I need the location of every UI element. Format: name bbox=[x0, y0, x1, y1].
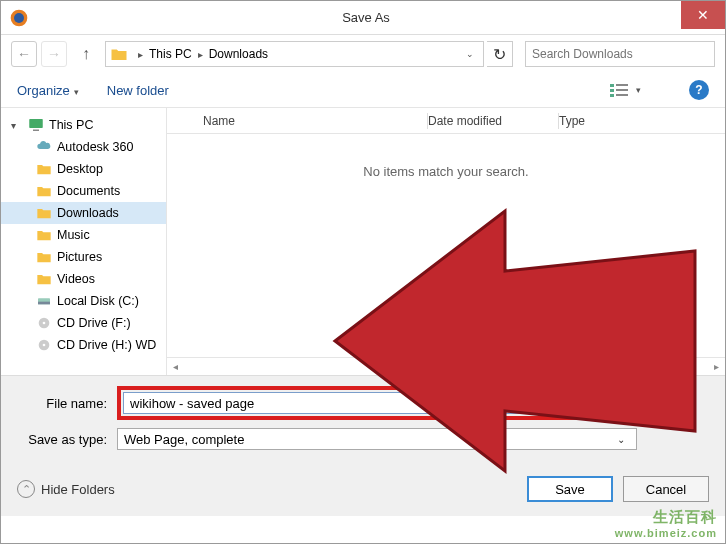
disk-icon bbox=[35, 292, 53, 310]
folder-icon bbox=[35, 226, 53, 244]
folder-icon bbox=[35, 160, 53, 178]
column-date[interactable]: Date modified bbox=[428, 114, 558, 128]
window-title: Save As bbox=[37, 10, 695, 25]
folder-icon bbox=[35, 270, 53, 288]
sidebar-item-label: Autodesk 360 bbox=[57, 140, 133, 154]
new-folder-button[interactable]: New folder bbox=[107, 83, 169, 98]
column-headers: Name Date modified Type bbox=[167, 108, 725, 134]
breadcrumb[interactable]: ▸ This PC ▸ Downloads ⌄ bbox=[105, 41, 484, 67]
folder-icon bbox=[110, 45, 128, 63]
titlebar: Save As ✕ bbox=[1, 1, 725, 35]
svg-rect-8 bbox=[29, 119, 43, 128]
organize-menu[interactable]: Organize▾ bbox=[17, 83, 79, 98]
sidebar-item-label: Music bbox=[57, 228, 90, 242]
sidebar-item-label: CD Drive (F:) bbox=[57, 316, 131, 330]
close-button[interactable]: ✕ bbox=[681, 1, 725, 29]
column-type[interactable]: Type bbox=[559, 114, 725, 128]
svg-rect-9 bbox=[33, 130, 39, 132]
save-button[interactable]: Save bbox=[527, 476, 613, 502]
refresh-button[interactable]: ↻ bbox=[487, 41, 513, 67]
breadcrumb-dropdown-button[interactable]: ⌄ bbox=[461, 41, 479, 67]
folder-icon bbox=[35, 248, 53, 266]
breadcrumb-segment[interactable]: This PC bbox=[149, 47, 192, 61]
folder-icon bbox=[35, 182, 53, 200]
breadcrumb-segment[interactable]: Downloads bbox=[209, 47, 268, 61]
pc-icon bbox=[27, 116, 45, 134]
chevron-down-icon: ▾ bbox=[636, 85, 641, 95]
chevron-right-icon: ▸ bbox=[194, 49, 207, 60]
nav-up-button[interactable]: ↑ bbox=[75, 43, 97, 65]
svg-point-1 bbox=[14, 13, 24, 23]
empty-list-message: No items match your search. bbox=[167, 134, 725, 179]
sidebar-item-pictures[interactable]: Pictures bbox=[1, 246, 166, 268]
view-options-button[interactable]: ▾ bbox=[605, 80, 645, 100]
cd-icon bbox=[35, 336, 53, 354]
sidebar-item-desktop[interactable]: Desktop bbox=[1, 158, 166, 180]
hide-folders-toggle[interactable]: ⌃ Hide Folders bbox=[17, 480, 115, 498]
save-as-type-label: Save as type: bbox=[17, 432, 117, 447]
search-input[interactable] bbox=[525, 41, 715, 67]
filename-highlight-box bbox=[117, 386, 637, 420]
cd-icon bbox=[35, 314, 53, 332]
sidebar-item-label: CD Drive (H:) WD bbox=[57, 338, 156, 352]
svg-point-15 bbox=[43, 344, 46, 347]
svg-rect-6 bbox=[610, 94, 614, 97]
sidebar-item-label: Videos bbox=[57, 272, 95, 286]
svg-rect-11 bbox=[38, 302, 50, 305]
chevron-down-icon: ⌄ bbox=[612, 434, 630, 445]
close-icon: ✕ bbox=[697, 7, 709, 23]
sidebar-item-cd-drive-f[interactable]: CD Drive (F:) bbox=[1, 312, 166, 334]
sidebar-item-local-disk-c[interactable]: Local Disk (C:) bbox=[1, 290, 166, 312]
content-area: ▾ This PC Autodesk 360 Desktop Documents… bbox=[1, 107, 725, 375]
sidebar-item-documents[interactable]: Documents bbox=[1, 180, 166, 202]
watermark: 生活百科 www.bimeiz.com bbox=[615, 508, 717, 539]
svg-point-13 bbox=[43, 322, 46, 325]
toolbar: Organize▾ New folder ▾ ? bbox=[1, 73, 725, 107]
sidebar-item-label: Documents bbox=[57, 184, 120, 198]
chevron-down-icon: ▾ bbox=[74, 87, 79, 97]
svg-rect-2 bbox=[610, 84, 614, 87]
svg-rect-3 bbox=[616, 84, 628, 86]
navigation-bar: ← → ↑ ▸ This PC ▸ Downloads ⌄ ↻ bbox=[1, 35, 725, 73]
sidebar-root-label: This PC bbox=[49, 118, 93, 132]
save-as-type-select[interactable]: Web Page, complete ⌄ bbox=[117, 428, 637, 450]
sidebar-item-cd-drive-h[interactable]: CD Drive (H:) WD bbox=[1, 334, 166, 356]
filename-label: File name: bbox=[17, 396, 117, 411]
nav-back-button[interactable]: ← bbox=[11, 41, 37, 67]
chevron-right-icon: ▸ bbox=[134, 49, 147, 60]
save-as-dialog: Save As ✕ ← → ↑ ▸ This PC ▸ Downloads ⌄ … bbox=[0, 0, 726, 544]
sidebar-item-label: Downloads bbox=[57, 206, 119, 220]
sidebar-item-music[interactable]: Music bbox=[1, 224, 166, 246]
sidebar-root-this-pc[interactable]: ▾ This PC bbox=[1, 114, 166, 136]
save-as-type-value: Web Page, complete bbox=[124, 432, 244, 447]
sidebar-item-label: Desktop bbox=[57, 162, 103, 176]
svg-rect-5 bbox=[616, 89, 628, 91]
horizontal-scrollbar[interactable]: ◂▸ bbox=[167, 357, 725, 375]
sidebar-item-videos[interactable]: Videos bbox=[1, 268, 166, 290]
sidebar-item-label: Local Disk (C:) bbox=[57, 294, 139, 308]
filename-dropdown-button[interactable]: ⌄ bbox=[637, 398, 661, 409]
sidebar-item-downloads[interactable]: Downloads bbox=[1, 202, 166, 224]
filename-input[interactable] bbox=[123, 392, 631, 414]
sidebar-tree: ▾ This PC Autodesk 360 Desktop Documents… bbox=[1, 108, 167, 375]
folder-icon bbox=[35, 204, 53, 222]
nav-forward-button[interactable]: → bbox=[41, 41, 67, 67]
firefox-icon bbox=[9, 8, 29, 28]
svg-rect-4 bbox=[610, 89, 614, 92]
file-list: Name Date modified Type No items match y… bbox=[167, 108, 725, 375]
tree-collapse-icon[interactable]: ▾ bbox=[11, 120, 23, 131]
column-name[interactable]: Name bbox=[167, 114, 427, 128]
cloud-icon bbox=[35, 138, 53, 156]
chevron-up-icon: ⌃ bbox=[17, 480, 35, 498]
sidebar-item-autodesk[interactable]: Autodesk 360 bbox=[1, 136, 166, 158]
save-fields-panel: File name: ⌄ Save as type: Web Page, com… bbox=[1, 375, 725, 468]
svg-rect-7 bbox=[616, 94, 628, 96]
sidebar-item-label: Pictures bbox=[57, 250, 102, 264]
list-view-icon bbox=[609, 82, 629, 98]
help-button[interactable]: ? bbox=[689, 80, 709, 100]
cancel-button[interactable]: Cancel bbox=[623, 476, 709, 502]
